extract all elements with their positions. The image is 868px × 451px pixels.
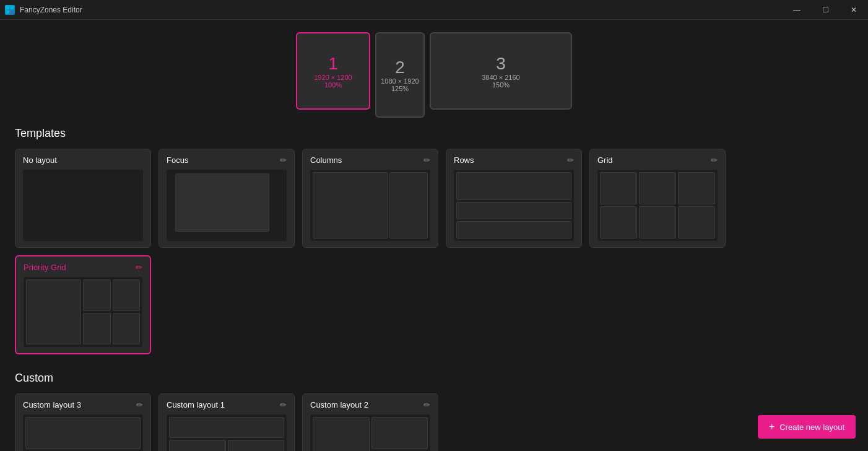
monitor-card-2[interactable]: 2 1080 × 1920 125% [375,32,425,118]
focus-header: Focus ✏ [167,155,287,165]
c3-zone1 [25,417,141,449]
grid-edit-icon[interactable]: ✏ [711,155,718,165]
monitor-3-scale: 150% [492,81,510,89]
monitor-3-res: 3840 × 2160 [482,74,519,81]
priority-side-3 [83,313,111,344]
templates-grid: No layout Focus ✏ Columns ✏ [15,149,853,354]
grid-cell-6 [678,206,715,239]
no-layout-title: No layout [23,155,57,165]
monitor-card-1[interactable]: 1 1920 × 1200 100% [296,32,370,110]
template-card-columns[interactable]: Columns ✏ [302,149,438,248]
focus-card-1 [175,173,269,232]
columns-title: Columns [310,155,342,165]
custom2-header: Custom layout 2 ✏ [310,400,430,409]
titlebar-left: FancyZones Editor [5,5,82,15]
templates-section-title: Templates [15,127,853,140]
rows-preview [454,170,574,241]
monitor-row: 1 1920 × 1200 100% 2 1080 × 1920 125% 3 … [15,32,853,110]
maximize-button[interactable]: ☐ [811,0,840,20]
grid-cell-2 [639,172,676,204]
focus-preview [167,170,287,241]
custom3-edit-icon[interactable]: ✏ [136,400,143,409]
custom1-preview [167,414,287,451]
priority-grid-preview [24,277,142,347]
template-card-grid[interactable]: Grid ✏ [589,149,726,248]
grid-title: Grid [597,155,613,165]
close-button[interactable]: ✕ [840,0,868,20]
c1-zone1 [169,417,284,438]
focus-title: Focus [167,155,188,165]
monitor-1-scale: 100% [324,81,342,89]
priority-side-1 [83,279,111,311]
c2-zone2 [371,417,428,449]
grid-cell-3 [678,172,715,204]
main-content: 1 1920 × 1200 100% 2 1080 × 1920 125% 3 … [0,20,868,451]
titlebar: FancyZones Editor — ☐ ✕ [0,0,868,20]
rows-row-1 [456,172,571,200]
grid-preview [597,170,718,241]
custom2-title: Custom layout 2 [310,400,368,409]
app-icon [5,5,15,15]
rows-row-3 [456,221,571,239]
custom1-edit-icon[interactable]: ✏ [280,400,287,409]
c1-zone2 [169,440,226,451]
c1-zone3 [228,440,285,451]
rows-title: Rows [454,155,474,165]
monitor-2-scale: 125% [391,85,409,92]
template-card-no-layout[interactable]: No layout [15,149,151,248]
rows-row-2 [456,202,571,219]
create-btn-label: Create new layout [779,423,844,432]
custom2-edit-icon[interactable]: ✏ [423,400,430,409]
priority-side-4 [113,313,141,344]
rows-edit-icon[interactable]: ✏ [567,155,574,165]
priority-grid-header: Priority Grid ✏ [24,263,142,272]
no-layout-header: No layout [23,155,143,165]
custom1-header: Custom layout 1 ✏ [167,400,287,409]
titlebar-controls: — ☐ ✕ [783,0,868,20]
template-card-focus[interactable]: Focus ✏ [158,149,295,248]
columns-preview [310,170,430,241]
custom-section-title: Custom [15,372,853,385]
grid-cell-5 [639,206,676,239]
columns-header: Columns ✏ [310,155,430,165]
priority-grid-edit-icon[interactable]: ✏ [136,263,142,272]
priority-main [26,279,81,344]
monitor-1-res: 1920 × 1200 [314,74,352,81]
template-card-rows[interactable]: Rows ✏ [446,149,582,248]
c2-zone1 [313,417,370,451]
svg-rect-3 [11,11,12,14]
monitor-1-num: 1 [328,54,338,74]
no-layout-preview [23,170,143,241]
focus-edit-icon[interactable]: ✏ [280,155,287,165]
grid-cell-1 [600,172,637,204]
plus-icon: + [769,421,775,432]
custom-card-3[interactable]: Custom layout 3 ✏ [15,393,151,451]
grid-cell-4 [600,206,637,239]
monitor-3-num: 3 [496,54,506,74]
rows-header: Rows ✏ [454,155,574,165]
create-new-layout-button[interactable]: + Create new layout [758,415,856,439]
priority-side-2 [113,279,141,311]
minimize-button[interactable]: — [783,0,811,20]
columns-edit-icon[interactable]: ✏ [423,155,430,165]
monitor-card-3[interactable]: 3 3840 × 2160 150% [430,32,572,110]
custom1-title: Custom layout 1 [167,400,225,409]
custom-card-2[interactable]: Custom layout 2 ✏ [302,393,438,451]
svg-rect-2 [6,11,9,14]
grid-header: Grid ✏ [597,155,718,165]
monitor-2-num: 2 [395,58,405,77]
custom3-header: Custom layout 3 ✏ [23,400,143,409]
priority-grid-title: Priority Grid [24,263,66,272]
custom2-preview [310,414,430,451]
monitor-2-res: 1080 × 1920 [381,77,419,85]
custom3-title: Custom layout 3 [23,400,81,409]
columns-col-2 [389,172,428,239]
columns-col-1 [313,172,388,239]
custom-grid: Custom layout 3 ✏ Custom layout 1 ✏ [15,393,853,451]
app-title: FancyZones Editor [20,6,82,14]
custom3-preview [23,414,143,451]
svg-rect-1 [11,6,14,9]
custom-card-1[interactable]: Custom layout 1 ✏ [158,393,295,451]
svg-rect-0 [6,6,9,9]
template-card-priority-grid[interactable]: Priority Grid ✏ [15,255,151,354]
